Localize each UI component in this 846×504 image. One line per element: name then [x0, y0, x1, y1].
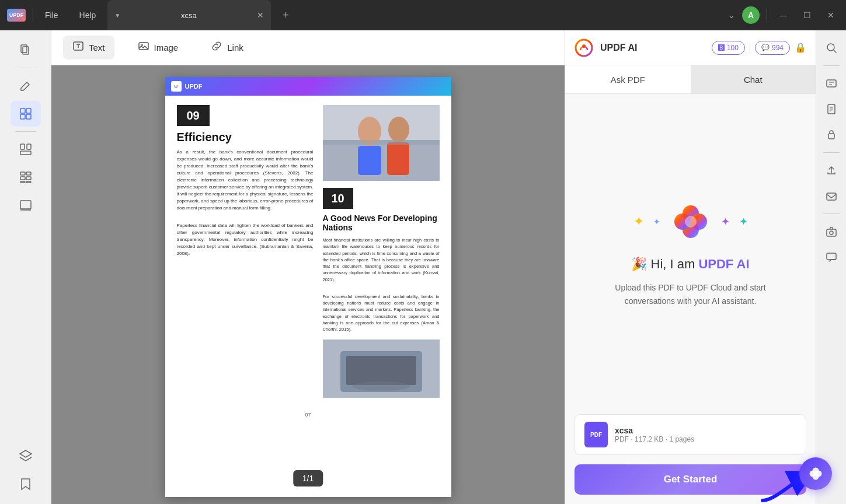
- floating-ai-icon: [807, 466, 824, 482]
- new-tab-button[interactable]: +: [283, 9, 289, 22]
- doc-right-column: 10 A Good News For Developing Nations Mo…: [323, 105, 440, 398]
- toolbar-image-button[interactable]: Image: [128, 36, 188, 60]
- ai-sparkles: ✦ ✦: [633, 201, 748, 243]
- section-09-number: 09: [177, 105, 210, 126]
- menu-bar: File Help: [40, 8, 100, 22]
- divider: [33, 8, 33, 22]
- svg-rect-43: [827, 229, 836, 236]
- image-icon: [138, 40, 149, 55]
- toolbar-link-button[interactable]: Link: [201, 36, 253, 60]
- svg-rect-5: [26, 114, 31, 119]
- right-icon-chat[interactable]: [821, 247, 842, 268]
- document-viewer[interactable]: U UPDF 09 Efficiency As a result, the ba…: [51, 65, 565, 504]
- sparkle-yellow-icon: ✦: [633, 214, 644, 229]
- svg-rect-25: [387, 142, 409, 175]
- tab-dropdown-icon[interactable]: ▼: [114, 12, 120, 19]
- sidebar-icon-annotate[interactable]: [11, 101, 41, 127]
- sidebar-icon-layers[interactable]: [11, 443, 41, 469]
- tab-close-button[interactable]: ✕: [257, 10, 264, 20]
- credit-badge-1[interactable]: 🅱 100: [712, 41, 745, 55]
- ai-orb-icon: [670, 201, 712, 243]
- svg-rect-41: [828, 134, 834, 139]
- right-icon-share[interactable]: [821, 160, 842, 181]
- sidebar-icon-tools[interactable]: [11, 164, 41, 190]
- section-09-body2: Paperless financial data will lighten th…: [177, 222, 314, 257]
- doc-footer-number: 07: [165, 407, 451, 422]
- right-divider-3: [823, 214, 840, 214]
- svg-point-38: [827, 44, 834, 51]
- toolbar-text-button[interactable]: Text: [63, 36, 114, 60]
- right-divider-2: [823, 152, 840, 153]
- close-button[interactable]: ✕: [823, 8, 839, 22]
- right-icon-camera[interactable]: [821, 221, 842, 242]
- menu-help[interactable]: Help: [75, 8, 101, 22]
- app-logo: UPDF: [7, 9, 26, 22]
- header-divider: [750, 42, 750, 54]
- lock-icon[interactable]: 🔒: [795, 42, 806, 53]
- ai-header: UPDF AI 🅱 100 💬 994 🔒: [565, 30, 816, 65]
- sidebar-icon-edit[interactable]: [11, 73, 41, 99]
- sparkle-teal-icon: ✦: [739, 215, 748, 228]
- section-09-body: As a result, the bank's conventional doc…: [177, 149, 314, 212]
- section-10-body2: For successful development and sustainab…: [323, 293, 440, 333]
- right-icon-search[interactable]: [821, 37, 842, 58]
- maximize-button[interactable]: ☐: [799, 8, 816, 22]
- right-icon-protect[interactable]: [821, 124, 842, 145]
- credit-icon-2: 💬: [761, 44, 770, 51]
- svg-rect-7: [27, 144, 31, 149]
- toolbar-text-label: Text: [89, 43, 105, 52]
- doc-left-column: 09 Efficiency As a result, the bank's co…: [177, 105, 314, 398]
- minimize-button[interactable]: —: [774, 8, 792, 22]
- svg-point-30: [352, 382, 410, 391]
- file-details: xcsa PDF · 117.2 KB · 1 pages: [615, 426, 694, 443]
- ai-greeting-line: 🎉 Hi, I am UPDF AI: [631, 257, 749, 272]
- sidebar-icon-pages[interactable]: [11, 37, 41, 63]
- sparkle-purple-icon: ✦: [721, 215, 730, 228]
- svg-rect-6: [20, 144, 25, 149]
- avatar[interactable]: A: [742, 6, 760, 24]
- svg-rect-4: [20, 114, 25, 119]
- svg-rect-14: [26, 181, 31, 183]
- page-indicator: 1/1: [293, 470, 323, 487]
- main-layout: Text Image: [0, 30, 846, 504]
- sidebar-icon-stamp[interactable]: [11, 192, 41, 218]
- tab-ask-pdf[interactable]: Ask PDF: [565, 65, 691, 93]
- tab-chat[interactable]: Chat: [691, 65, 816, 93]
- get-started-button[interactable]: Get Started: [575, 464, 806, 495]
- ai-logo-icon: [575, 38, 593, 57]
- sidebar-icon-bookmark[interactable]: [11, 471, 41, 497]
- text-icon: [72, 40, 84, 55]
- ai-subtitle: Upload this PDF to UPDF Cloud and start …: [591, 281, 790, 307]
- ai-content-area: ✦ ✦: [565, 94, 816, 414]
- svg-point-24: [388, 117, 409, 142]
- tab-xcsa[interactable]: ▼ xcsa ✕: [107, 0, 271, 30]
- right-sidebar: [816, 30, 846, 504]
- content-area: Text Image: [51, 30, 565, 504]
- credit-value-1: 100: [727, 44, 739, 52]
- right-icon-page[interactable]: [821, 99, 842, 120]
- svg-rect-0: [21, 45, 27, 52]
- right-icon-ocr[interactable]: [821, 73, 842, 94]
- menu-file[interactable]: File: [40, 8, 63, 22]
- floating-ai-button[interactable]: [799, 457, 832, 490]
- left-sidebar: [0, 30, 51, 504]
- chevron-down-icon[interactable]: ⌄: [728, 10, 735, 20]
- sparkle-dot-1: ✦: [653, 217, 660, 226]
- tab-title: xcsa: [125, 11, 252, 20]
- ai-header-right: 🅱 100 💬 994 🔒: [712, 41, 806, 55]
- logo-text: UPDF: [9, 12, 24, 18]
- credit-badge-2[interactable]: 💬 994: [755, 41, 790, 55]
- greeting-brand: UPDF AI: [698, 257, 749, 271]
- svg-point-50: [813, 471, 818, 476]
- window-controls: ⌄ A — ☐ ✕: [728, 6, 839, 24]
- toolbar: Text Image: [51, 30, 565, 65]
- pdf-icon: PDF: [584, 422, 608, 447]
- credit-value-2: 994: [772, 44, 784, 52]
- greeting-text: Hi, I am: [651, 257, 699, 271]
- right-icon-mail[interactable]: [821, 186, 842, 206]
- sidebar-icon-organize[interactable]: [11, 136, 41, 162]
- doc-header-logo: U: [171, 81, 182, 92]
- svg-rect-3: [26, 108, 31, 113]
- ai-tabs: Ask PDF Chat: [565, 65, 816, 94]
- svg-rect-8: [20, 151, 31, 155]
